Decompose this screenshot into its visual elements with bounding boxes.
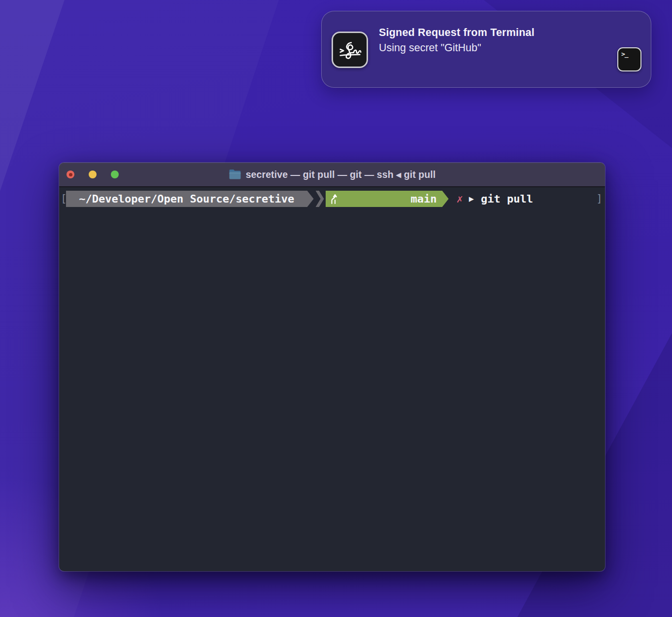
minimize-button[interactable] <box>89 171 97 178</box>
cwd-path-segment: ~/Developer/Open Source/secretive <box>66 191 314 207</box>
prompt-close-bracket: ] <box>596 191 605 207</box>
secretive-signature-icon <box>332 32 368 68</box>
zoom-button[interactable] <box>111 171 119 178</box>
notification-subtitle: Using secret "GitHub" <box>379 40 535 56</box>
notification-title: Signed Request from Terminal <box>379 25 535 40</box>
shell-prompt-line: [ ~/Developer/Open Source/secretive main… <box>59 191 605 207</box>
folder-icon <box>229 169 241 180</box>
window-title: secretive — git pull — git — ssh ◂ git p… <box>246 169 436 180</box>
terminal-app-icon: >_ <box>617 47 641 71</box>
prompt-open-bracket: [ <box>59 191 66 207</box>
status-error-icon: ✗ <box>457 191 463 207</box>
prompt-arrow-icon: ▶ <box>469 191 474 207</box>
close-button[interactable] <box>67 171 74 178</box>
notification-banner[interactable]: Signed Request from Terminal Using secre… <box>321 11 651 88</box>
typed-command[interactable]: git pull <box>481 191 533 207</box>
powerline-separator-icon <box>316 191 324 207</box>
terminal-content[interactable]: [ ~/Developer/Open Source/secretive main… <box>59 187 605 571</box>
git-branch-name: main <box>411 191 437 207</box>
desktop: Signed Request from Terminal Using secre… <box>0 0 672 617</box>
window-titlebar[interactable]: secretive — git pull — git — ssh ◂ git p… <box>59 163 605 187</box>
terminal-window: secretive — git pull — git — ssh ◂ git p… <box>59 163 605 571</box>
git-branch-segment: main <box>326 191 449 207</box>
